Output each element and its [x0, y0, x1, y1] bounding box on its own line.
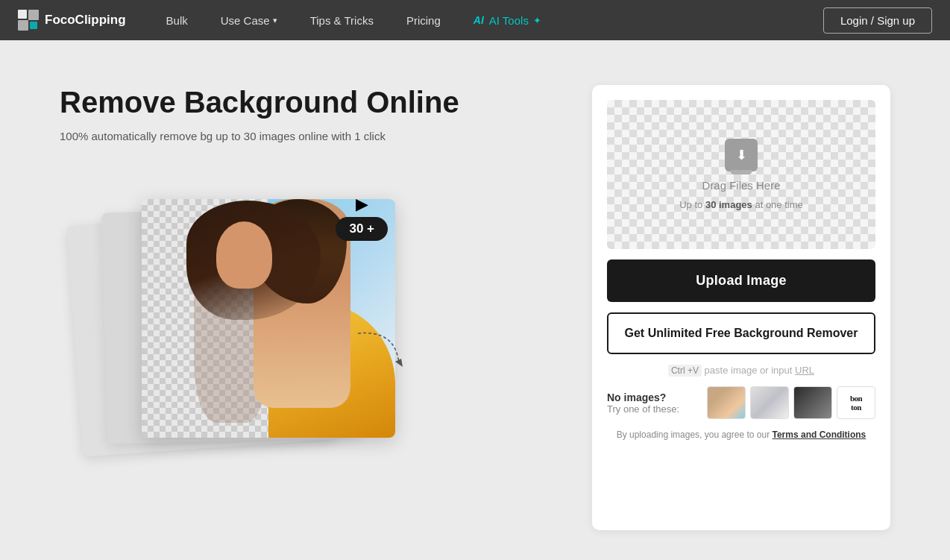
nav-links: Bulk Use Case ▾ Tips & Tricks Pricing AI… [150, 0, 823, 40]
use-case-label: Use Case [221, 14, 270, 27]
plus-icon: ✦ [533, 15, 541, 26]
svg-rect-1 [28, 10, 39, 20]
svg-rect-0 [18, 10, 27, 19]
hero-title: Remove Background Online [60, 85, 562, 119]
login-button[interactable]: Login / Sign up [823, 7, 932, 34]
nav-bulk[interactable]: Bulk [150, 0, 204, 40]
svg-rect-3 [30, 22, 37, 29]
sample-thumb-1[interactable] [707, 386, 746, 419]
terms-text: By uploading images, you agree to our Te… [607, 430, 875, 440]
ai-tools-label: AI Tools [489, 14, 529, 27]
nav-use-case[interactable]: Use Case ▾ [204, 0, 294, 40]
removed-bg-half [142, 199, 268, 438]
drag-label: Drag Files Here [702, 179, 780, 192]
sample-row: No images? Try one of these: bon ton [607, 386, 875, 419]
upload-icon: ⬇ [725, 139, 758, 172]
upload-button[interactable]: Upload Image [607, 259, 875, 302]
main-content: Remove Background Online 100% automatica… [0, 40, 950, 560]
right-panel: ⬇ Drag Files Here Up to 30 images at one… [592, 85, 890, 530]
drop-zone[interactable]: ⬇ Drag Files Here Up to 30 images at one… [607, 100, 875, 249]
unlimited-button[interactable]: Get Unlimited Free Background Remover [607, 312, 875, 354]
cursor-icon: ▶ [356, 195, 368, 214]
logo-icon [18, 10, 39, 31]
sample-thumb-2[interactable] [750, 386, 789, 419]
cursor-badge: ▶ 30 + [336, 195, 388, 241]
chevron-down-icon: ▾ [273, 16, 277, 25]
url-link[interactable]: URL [795, 365, 814, 376]
hero-subtitle: 100% automatically remove bg up to 30 im… [60, 130, 562, 142]
logo-text: FocoClipping [45, 13, 126, 28]
curve-arrow [350, 326, 410, 374]
no-images-label: No images? [607, 391, 679, 403]
sample-thumb-4[interactable]: bon ton [837, 386, 875, 419]
svg-rect-2 [18, 20, 28, 31]
hero-image: ▶ 30 + [60, 165, 432, 448]
ctrl-v-shortcut: Ctrl +V [668, 365, 702, 377]
nav-ai-tools[interactable]: AI AI Tools ✦ [457, 0, 558, 40]
sample-text: No images? Try one of these: [607, 391, 679, 415]
sample-thumb-3[interactable] [793, 386, 832, 419]
batch-badge: 30 + [336, 217, 388, 241]
paste-hint: Ctrl +V paste image or input URL [607, 365, 875, 376]
sample-thumbs: bon ton [707, 386, 875, 419]
navbar: FocoClipping Bulk Use Case ▾ Tips & Tric… [0, 0, 950, 40]
svg-marker-4 [395, 359, 403, 367]
terms-link[interactable]: Terms and Conditions [773, 430, 866, 440]
left-panel: Remove Background Online 100% automatica… [60, 85, 562, 530]
try-label: Try one of these: [607, 403, 679, 415]
nav-tips-tricks[interactable]: Tips & Tricks [294, 0, 390, 40]
logo[interactable]: FocoClipping [18, 10, 126, 31]
ai-icon: AI [474, 14, 484, 26]
drop-limit-text: Up to 30 images at one time [679, 199, 803, 210]
nav-pricing[interactable]: Pricing [390, 0, 457, 40]
